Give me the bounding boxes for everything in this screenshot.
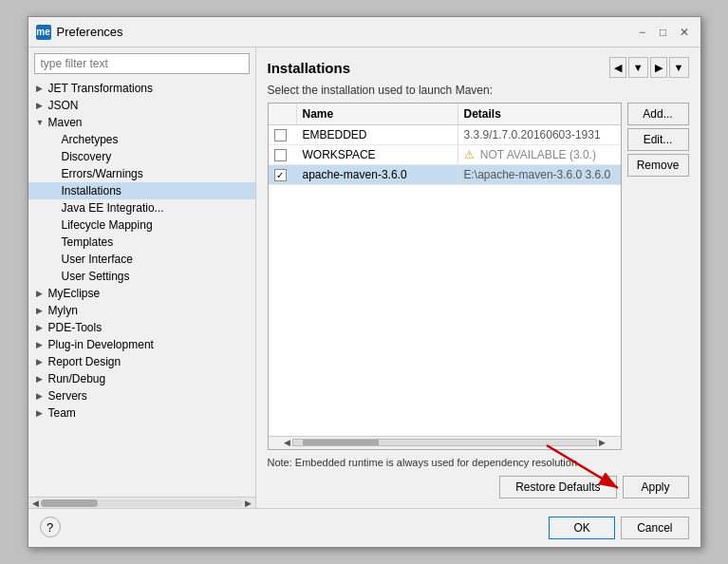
cell-check-apache[interactable]: ✓ [269, 166, 297, 184]
back-button[interactable]: ◀ [609, 57, 626, 78]
sidebar-item-json[interactable]: ▶ JSON [28, 97, 255, 114]
sidebar-item-jet[interactable]: ▶ JET Transformations [28, 80, 255, 97]
sidebar-item-maven[interactable]: ▼ Maven [28, 114, 255, 131]
scroll-left-arrow[interactable]: ◀ [30, 498, 41, 508]
sidebar-item-pde[interactable]: ▶ PDE-Tools [28, 319, 255, 336]
close-button[interactable]: ✕ [676, 24, 693, 41]
table-header: Name Details [269, 103, 621, 125]
sidebar-item-label: Maven [48, 116, 83, 129]
sidebar-item-label: Installations [62, 184, 121, 197]
scroll-right-arrow[interactable]: ▶ [243, 498, 253, 508]
cell-name-embedded: EMBEDDED [297, 125, 458, 144]
sidebar-item-label: MyEclipse [48, 287, 101, 300]
sidebar-item-label: Report Design [48, 355, 121, 368]
expand-arrow: ▶ [36, 374, 46, 384]
sidebar-item-label: Discovery [62, 150, 112, 163]
title-bar: me Preferences − □ ✕ [28, 17, 700, 47]
preferences-window: me Preferences − □ ✕ ▶ JET Transformatio… [28, 16, 701, 548]
sidebar-item-lifecycle[interactable]: Lifecycle Mapping [28, 216, 255, 234]
edit-button[interactable]: Edit... [627, 128, 689, 151]
panel-header: Installations ◀ ▼ ▶ ▼ [268, 57, 689, 78]
installations-table: Name Details EMBEDDED 3.3.9/1.7.0.201606… [268, 103, 622, 450]
cell-check-embedded[interactable] [269, 126, 297, 144]
table-row-workspace[interactable]: WORKSPACE ⚠ NOT AVAILABLE (3.0.) [269, 145, 621, 165]
hscroll-track[interactable] [292, 439, 597, 446]
sidebar-item-label: Plug-in Development [48, 338, 154, 351]
warning-icon: ⚠ [464, 148, 475, 161]
sidebar-item-installations[interactable]: Installations [28, 182, 255, 199]
sidebar-item-label: JET Transformations [48, 82, 153, 95]
sidebar-item-label: User Interface [62, 253, 133, 266]
table-empty-space [269, 185, 621, 436]
sidebar-item-myeclipse[interactable]: ▶ MyEclipse [28, 285, 255, 302]
sidebar-item-servers[interactable]: ▶ Servers [28, 387, 255, 404]
workspace-details-text: NOT AVAILABLE (3.0.) [480, 148, 596, 161]
filter-input[interactable] [34, 53, 250, 74]
cell-details-workspace: ⚠ NOT AVAILABLE (3.0.) [458, 145, 621, 164]
cell-details-apache: E:\apache-maven-3.6.0 3.6.0 [458, 165, 621, 184]
expand-arrow: ▶ [36, 101, 46, 110]
sidebar-item-plugin[interactable]: ▶ Plug-in Development [28, 336, 255, 353]
minimize-button[interactable]: − [634, 24, 651, 41]
sidebar-item-javaee[interactable]: Java EE Integratio... [28, 199, 255, 216]
sidebar-item-usersettings[interactable]: User Settings [28, 268, 255, 285]
checkbox-workspace[interactable] [274, 149, 287, 161]
col-details-header: Details [458, 103, 621, 124]
table-hscrollbar[interactable]: ◀ ▶ [269, 436, 621, 449]
expand-arrow: ▼ [36, 118, 46, 127]
forward-dropdown-button[interactable]: ▼ [669, 57, 689, 78]
checkbox-apache[interactable]: ✓ [274, 169, 287, 181]
apply-button[interactable]: Apply [623, 476, 689, 498]
cell-name-apache: apache-maven-3.6.0 [297, 165, 458, 184]
back-dropdown-button[interactable]: ▼ [628, 57, 648, 78]
sidebar-item-report[interactable]: ▶ Report Design [28, 353, 255, 370]
sidebar-item-userinterface[interactable]: User Interface [28, 251, 255, 268]
expand-arrow: ▶ [36, 306, 46, 315]
sidebar-item-rundebug[interactable]: ▶ Run/Debug [28, 370, 255, 387]
sidebar-item-label: Servers [48, 389, 87, 403]
expand-arrow: ▶ [36, 391, 46, 401]
sidebar: ▶ JET Transformations ▶ JSON ▼ Maven Arc… [28, 47, 256, 508]
sidebar-scrollbar[interactable]: ◀ ▶ [28, 497, 255, 508]
cell-check-workspace[interactable] [269, 146, 297, 164]
sidebar-item-label: Lifecycle Mapping [62, 218, 153, 232]
expand-arrow: ▶ [36, 84, 46, 93]
cancel-button[interactable]: Cancel [621, 517, 688, 539]
sidebar-item-templates[interactable]: Templates [28, 234, 255, 251]
table-row-apache[interactable]: ✓ apache-maven-3.6.0 E:\apache-maven-3.6… [269, 165, 621, 185]
help-button[interactable]: ? [40, 517, 61, 537]
expand-arrow: ▶ [36, 323, 46, 332]
note-text: Note: Embedded runtime is always used fo… [268, 456, 600, 470]
ok-button[interactable]: OK [549, 517, 615, 539]
sidebar-item-team[interactable]: ▶ Team [28, 404, 255, 422]
main-panel: Installations ◀ ▼ ▶ ▼ Select the install… [256, 47, 700, 508]
sidebar-item-discovery[interactable]: Discovery [28, 148, 255, 165]
sidebar-item-mylyn[interactable]: ▶ Mylyn [28, 302, 255, 319]
footer-row: Restore Defaults Apply [268, 476, 689, 498]
checkbox-embedded[interactable] [274, 129, 287, 141]
sidebar-item-archetypes[interactable]: Archetypes [28, 131, 255, 148]
table-actions: Add... Edit... Remove [627, 103, 689, 450]
forward-button[interactable]: ▶ [650, 57, 667, 78]
maximize-button[interactable]: □ [655, 24, 672, 41]
window-controls: − □ ✕ [634, 24, 693, 41]
expand-arrow: ▶ [36, 408, 46, 418]
sidebar-item-label: User Settings [62, 270, 130, 283]
sidebar-item-label: Templates [62, 235, 114, 249]
hscroll-right-arrow[interactable]: ▶ [597, 438, 607, 447]
sidebar-item-label: Run/Debug [48, 372, 106, 385]
scroll-thumb[interactable] [41, 499, 98, 507]
remove-button[interactable]: Remove [627, 154, 689, 177]
table-row-embedded[interactable]: EMBEDDED 3.3.9/1.7.0.20160603-1931 [269, 125, 621, 145]
nav-toolbar: ◀ ▼ ▶ ▼ [609, 57, 689, 78]
sidebar-item-label: Errors/Warnings [62, 167, 143, 180]
col-check-header [269, 103, 297, 124]
col-name-header: Name [297, 103, 458, 124]
add-button[interactable]: Add... [627, 103, 689, 125]
sidebar-item-errors[interactable]: Errors/Warnings [28, 165, 255, 182]
hscroll-thumb[interactable] [303, 440, 379, 445]
sidebar-item-label: JSON [48, 99, 79, 112]
restore-defaults-button[interactable]: Restore Defaults [499, 476, 616, 498]
hscroll-left-arrow[interactable]: ◀ [282, 438, 292, 447]
scroll-track[interactable] [41, 499, 243, 507]
